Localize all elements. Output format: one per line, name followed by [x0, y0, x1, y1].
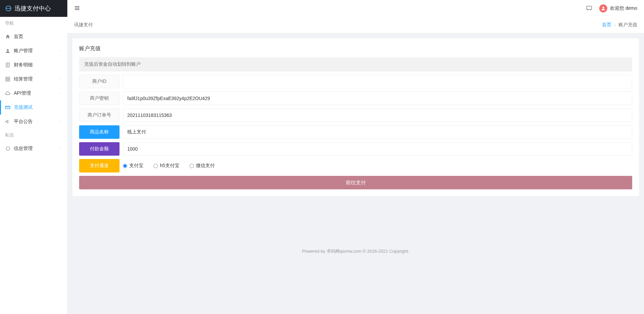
radio-wechat-input[interactable] — [190, 164, 194, 168]
footer: Powered by 求码网qiumw.com © 2016-2021 Copy… — [67, 242, 644, 261]
svg-rect-13 — [6, 80, 7, 81]
chevron-right-icon — [59, 119, 62, 124]
sidebar-item-label: 首页 — [14, 34, 23, 40]
merchant-key-label: 商户密钥 — [79, 92, 120, 105]
svg-rect-11 — [6, 77, 7, 79]
user-greeting: 欢迎您 demo — [610, 5, 637, 11]
chevron-right-icon — [59, 91, 62, 96]
sidebar-item-home[interactable]: 首页 — [0, 30, 67, 44]
svg-point-5 — [602, 7, 604, 8]
topbar-actions: 欢迎您 demo — [586, 4, 637, 12]
logo-icon — [5, 5, 12, 12]
chevron-right-icon — [59, 48, 62, 54]
svg-rect-12 — [8, 77, 10, 79]
radio-h5-alipay-input[interactable] — [154, 164, 158, 168]
chat-icon[interactable] — [586, 5, 592, 12]
topbar: 迅捷支付中心 欢迎您 demo — [0, 0, 644, 17]
sidebar-item-announcement[interactable]: 平台公告 — [0, 115, 67, 129]
avatar — [599, 4, 607, 12]
order-no-input[interactable] — [123, 108, 632, 122]
amount-input[interactable] — [123, 142, 632, 156]
form-row-merchant-id: 商户ID — [79, 75, 632, 88]
app-title: 迅捷支付中心 — [14, 4, 51, 12]
topbar-right: 欢迎您 demo — [67, 4, 644, 12]
product-name-input[interactable] — [123, 125, 632, 139]
sidebar-item-recharge-test[interactable]: 充值测试 — [0, 100, 67, 115]
chevron-right-icon: › — [614, 22, 616, 28]
credit-icon — [5, 105, 10, 110]
sidebar-item-account[interactable]: 账户管理 — [0, 44, 67, 58]
hint-box: 充值后资金自动划转到账户 — [79, 57, 632, 71]
logo-area[interactable]: 迅捷支付中心 — [0, 0, 67, 17]
sidebar-item-label: 平台公告 — [14, 119, 33, 125]
speaker-icon — [5, 119, 10, 124]
cloud-icon — [5, 91, 10, 96]
svg-rect-15 — [5, 106, 10, 109]
content: 账户充值 充值后资金自动划转到账户 商户ID 商户密钥 商户订单号 商品名称 付… — [67, 33, 644, 201]
user-icon — [5, 48, 10, 54]
sidebar-item-label: 结算管理 — [14, 76, 33, 82]
form-row-order-no: 商户订单号 — [79, 108, 632, 122]
form-row-channel: 支付通道 支付宝 h5支付宝 微信支付 — [79, 159, 632, 172]
user-area[interactable]: 欢迎您 demo — [599, 4, 637, 12]
grid-icon — [5, 76, 10, 82]
submit-button[interactable]: 前往支付 — [79, 176, 632, 189]
radio-label: 支付宝 — [129, 163, 143, 169]
radio-label: 微信支付 — [196, 163, 215, 169]
sidebar-item-label: 充值测试 — [14, 104, 33, 111]
form-row-merchant-key: 商户密钥 — [79, 92, 632, 105]
breadcrumb-context: 讯捷支付 — [74, 22, 93, 28]
sidebar-item-label: 信息管理 — [14, 146, 33, 152]
page-title: 账户充值 — [79, 45, 632, 52]
chevron-right-icon — [59, 76, 62, 82]
sidebar-item-label: 账户管理 — [14, 48, 33, 54]
file-icon — [5, 62, 10, 68]
merchant-id-label: 商户ID — [79, 75, 120, 88]
channel-label: 支付通道 — [79, 159, 120, 172]
product-name-label: 商品名称 — [79, 125, 120, 139]
radio-h5-alipay[interactable]: h5支付宝 — [154, 163, 179, 169]
amount-label: 付款金额 — [79, 142, 120, 156]
chevron-right-icon — [59, 146, 62, 151]
sidebar-item-finance[interactable]: 财务明细 — [0, 58, 67, 72]
form-row-amount: 付款金额 — [79, 142, 632, 156]
svg-rect-14 — [8, 80, 10, 81]
nav-section-label: 导航 — [0, 17, 67, 30]
sidebar-item-label: API管理 — [14, 90, 31, 96]
radio-alipay[interactable]: 支付宝 — [123, 163, 143, 169]
sidebar-item-api[interactable]: API管理 — [0, 86, 67, 100]
breadcrumb-path: 首页 › 账户充值 — [602, 22, 637, 28]
sidebar-item-label: 财务明细 — [14, 62, 33, 68]
svg-rect-4 — [587, 6, 592, 9]
breadcrumb: 讯捷支付 首页 › 账户充值 — [67, 17, 644, 33]
merchant-id-input[interactable] — [123, 75, 632, 88]
chat-icon — [5, 146, 10, 151]
nav-section-message: 私信 — [0, 129, 67, 142]
merchant-key-input[interactable] — [123, 92, 632, 105]
svg-point-6 — [7, 49, 8, 51]
radio-alipay-input[interactable] — [123, 164, 127, 168]
breadcrumb-current: 账户充值 — [618, 22, 637, 28]
form-row-product-name: 商品名称 — [79, 125, 632, 139]
breadcrumb-home-link[interactable]: 首页 — [602, 22, 611, 28]
recharge-card: 账户充值 充值后资金自动划转到账户 商户ID 商户密钥 商户订单号 商品名称 付… — [72, 38, 639, 196]
radio-wechat[interactable]: 微信支付 — [190, 163, 215, 169]
channel-radios: 支付宝 h5支付宝 微信支付 — [123, 159, 632, 172]
sidebar: 导航 首页 账户管理 财务明细 结算管理 API管理 充值测试 平台公告 私信 … — [0, 17, 67, 261]
sidebar-item-message[interactable]: 信息管理 — [0, 142, 67, 156]
order-no-label: 商户订单号 — [79, 108, 120, 122]
sidebar-item-settlement[interactable]: 结算管理 — [0, 72, 67, 86]
home-icon — [5, 34, 10, 39]
main: 讯捷支付 首页 › 账户充值 账户充值 充值后资金自动划转到账户 商户ID 商户… — [67, 17, 644, 261]
radio-label: h5支付宝 — [160, 163, 179, 169]
hamburger-icon[interactable] — [74, 5, 80, 12]
